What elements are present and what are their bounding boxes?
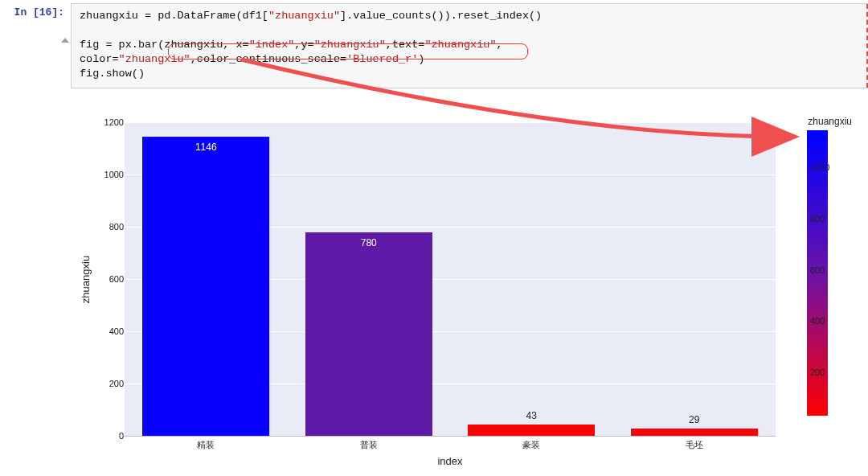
bar-value-label: 780 bbox=[305, 237, 432, 248]
x-axis-label: index bbox=[125, 455, 776, 467]
colorbar-tick: 1000 bbox=[810, 162, 829, 172]
y-tick-label: 200 bbox=[92, 379, 124, 388]
colorbar-tick: 200 bbox=[810, 367, 825, 377]
code-line: fig.show() bbox=[80, 67, 862, 81]
y-tick-label: 1000 bbox=[92, 170, 124, 179]
bar[interactable]: 1146 bbox=[142, 137, 269, 436]
y-tick-label: 400 bbox=[92, 326, 124, 336]
bar-value-label: 1146 bbox=[142, 142, 269, 153]
y-tick-label: 800 bbox=[92, 222, 124, 232]
annotation-box bbox=[168, 43, 528, 60]
code-line bbox=[80, 23, 862, 38]
colorbar-tick: 400 bbox=[810, 316, 825, 326]
collapse-icon[interactable] bbox=[61, 38, 69, 43]
code-line: zhuangxiu = pd.DataFrame(df1["zhuangxiu"… bbox=[80, 9, 862, 23]
bar[interactable]: 43 bbox=[468, 425, 595, 436]
colorbar-tick: 600 bbox=[810, 265, 825, 275]
plot-area[interactable]: 11467804329 bbox=[125, 122, 776, 436]
x-tick-label: 普装 bbox=[288, 439, 451, 451]
cell-prompt: In [16]: bbox=[0, 3, 71, 18]
x-tick-label: 豪装 bbox=[450, 439, 613, 451]
x-tick-label: 毛坯 bbox=[613, 439, 776, 451]
plotly-chart[interactable]: zhuangxiu 11467804329 020040060080010001… bbox=[88, 116, 860, 468]
colorbar-tick: 800 bbox=[810, 214, 825, 224]
y-tick-label: 600 bbox=[92, 274, 124, 284]
x-tick-label: 精装 bbox=[125, 439, 288, 451]
gridline bbox=[125, 436, 776, 437]
bar-value-label: 29 bbox=[631, 414, 758, 425]
bar[interactable]: 29 bbox=[631, 429, 758, 436]
colorbar-title: zhuangxiu bbox=[808, 116, 852, 127]
bar[interactable]: 780 bbox=[305, 232, 432, 437]
gridline bbox=[125, 122, 776, 123]
y-tick-label: 1200 bbox=[92, 117, 124, 127]
y-tick-label: 0 bbox=[92, 431, 124, 441]
bar-value-label: 43 bbox=[468, 410, 595, 421]
